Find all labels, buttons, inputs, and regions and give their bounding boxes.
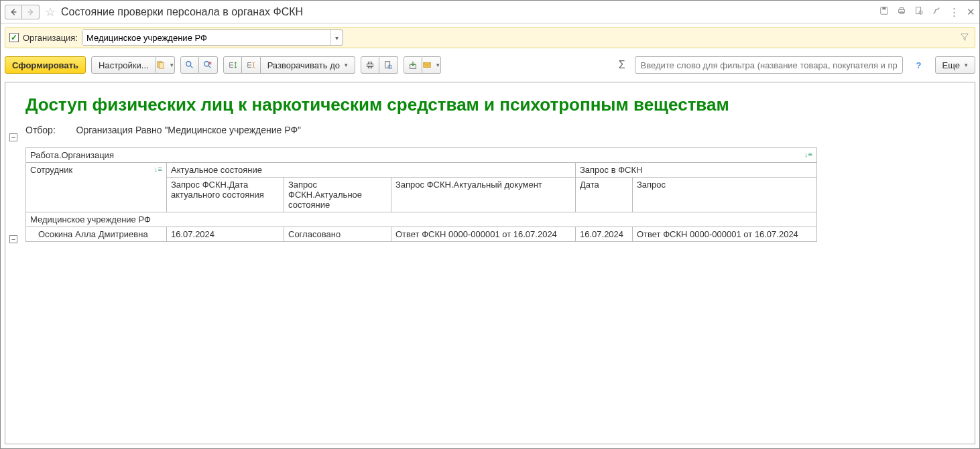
report-area: − − Доступ физических лиц к наркотически… xyxy=(5,82,975,444)
toolbar: Сформировать Настройки... ▾ xyxy=(1,52,979,78)
generate-label: Сформировать xyxy=(12,60,78,70)
forward-button[interactable] xyxy=(22,5,40,19)
print-preview-button[interactable] xyxy=(379,56,398,74)
report-content: Доступ физических лиц к наркотическим ср… xyxy=(5,82,975,249)
filter-label: Отбор: xyxy=(25,125,66,135)
header-row-1: Работа.Организация ↓≡ xyxy=(26,148,817,163)
nav-group xyxy=(5,5,40,19)
collapse-button[interactable] xyxy=(242,56,261,74)
filter-value: Организация Равно "Медицинское учреждени… xyxy=(76,125,301,135)
header-row-2: Сотрудник ↓≡ Актуальное состояние Запрос… xyxy=(26,163,817,178)
col-sub-actual: Запрос ФСКН.Актуальное состояние xyxy=(288,180,362,210)
save-icon[interactable] xyxy=(879,6,889,17)
more-menu-icon[interactable]: ⋮ xyxy=(949,7,959,17)
org-filter-checkbox[interactable] xyxy=(9,33,19,42)
report-title: Доступ физических лиц к наркотическим ср… xyxy=(25,94,965,115)
col-sub-req-date: Дата xyxy=(580,180,599,190)
expand-to-label: Разворачивать до xyxy=(267,60,340,70)
collapse-handle-group[interactable]: − xyxy=(9,235,17,243)
svg-rect-7 xyxy=(916,7,921,14)
favorite-star-icon[interactable]: ☆ xyxy=(45,5,56,19)
svg-line-32 xyxy=(391,68,393,69)
col-actual-state: Актуальное состояние xyxy=(171,165,262,175)
org-combo: ▾ xyxy=(82,29,343,46)
group-cell: Медицинское учреждение РФ xyxy=(30,214,151,224)
find-clear-button[interactable] xyxy=(199,56,218,74)
col-employee: Сотрудник xyxy=(30,165,72,175)
cell-date-state: 16.07.2024 xyxy=(171,229,215,239)
svg-rect-5 xyxy=(900,8,903,10)
find-button[interactable] xyxy=(180,56,199,74)
expand-to-button[interactable]: Разворачивать до ▾ xyxy=(261,56,355,74)
org-input[interactable] xyxy=(82,30,330,45)
cell-req: Ответ ФСКН 0000-000001 от 16.07.2024 xyxy=(637,229,798,239)
collapse-handle-report[interactable]: − xyxy=(9,133,17,141)
sort-icon[interactable]: ↓≡ xyxy=(804,150,812,158)
svg-rect-10 xyxy=(160,63,164,69)
svg-line-12 xyxy=(190,66,193,68)
col-request-fskn: Запрос в ФСКН xyxy=(580,165,642,175)
col-group: Работа.Организация xyxy=(30,150,114,160)
table-group-row[interactable]: Медицинское учреждение РФ xyxy=(26,212,817,227)
settings-button[interactable]: Настройки... xyxy=(91,56,156,74)
sort-icon[interactable]: ↓≡ xyxy=(154,165,162,173)
funnel-icon[interactable] xyxy=(960,32,969,44)
chevron-down-icon: ▾ xyxy=(170,62,174,68)
search-filter-input[interactable] xyxy=(635,56,903,74)
svg-rect-30 xyxy=(385,62,390,68)
print-button[interactable] xyxy=(361,56,379,74)
cell-actual: Согласовано xyxy=(288,229,341,239)
back-button[interactable] xyxy=(5,5,22,19)
org-filter-label: Организация: xyxy=(23,33,78,43)
app-window: ☆ Состояние проверки персонала в органах… xyxy=(0,0,980,449)
chevron-down-icon: ▾ xyxy=(965,62,968,68)
send-email-button[interactable]: ▾ xyxy=(422,56,441,74)
more-label: Еще xyxy=(942,60,960,70)
cell-employee: Осокина Алла Дмитриевна xyxy=(38,229,148,239)
preview-icon[interactable] xyxy=(914,6,924,17)
expand-button[interactable] xyxy=(223,56,242,74)
col-sub-date-state: Запрос ФСКН.Дата актуального состояния xyxy=(171,180,264,200)
link-icon[interactable] xyxy=(932,6,941,17)
org-dropdown-icon[interactable]: ▾ xyxy=(330,30,343,45)
chevron-down-icon: ▾ xyxy=(436,62,440,68)
col-sub-doc: Запрос ФСКН.Актуальный документ xyxy=(395,180,542,190)
save-report-button[interactable] xyxy=(404,56,422,74)
table-data-row[interactable]: Осокина Алла Дмитриевна 16.07.2024 Согла… xyxy=(26,227,817,242)
svg-line-14 xyxy=(208,66,211,68)
window-title: Состояние проверки персонала в органах Ф… xyxy=(61,6,303,18)
chevron-down-icon: ▾ xyxy=(345,62,348,68)
report-scroll[interactable]: − − Доступ физических лиц к наркотически… xyxy=(5,82,975,444)
sum-icon[interactable]: Σ xyxy=(619,59,625,71)
title-right-group: ⋮ ✕ xyxy=(879,6,975,18)
titlebar: ☆ Состояние проверки персонала в органах… xyxy=(1,1,979,23)
svg-rect-3 xyxy=(882,7,885,10)
svg-point-13 xyxy=(204,62,209,66)
help-icon[interactable]: ? xyxy=(912,58,926,72)
report-filter-line: Отбор: Организация Равно "Медицинское уч… xyxy=(25,125,965,135)
settings-variants-button[interactable]: ▾ xyxy=(156,56,175,74)
svg-point-11 xyxy=(186,62,190,66)
generate-button[interactable]: Сформировать xyxy=(5,56,86,74)
report-table: Работа.Организация ↓≡ Сотрудник ↓≡ Актуа… xyxy=(25,147,817,242)
cell-req-date: 16.07.2024 xyxy=(580,229,623,239)
svg-rect-28 xyxy=(368,62,371,64)
col-sub-req: Запрос xyxy=(637,180,666,190)
close-button[interactable]: ✕ xyxy=(967,6,975,18)
settings-label: Настройки... xyxy=(99,60,149,70)
more-button[interactable]: Еще ▾ xyxy=(935,56,975,74)
quick-filter-panel: Организация: ▾ xyxy=(5,27,975,48)
cell-doc: Ответ ФСКН 0000-000001 от 16.07.2024 xyxy=(395,229,557,239)
print-icon[interactable] xyxy=(897,6,906,17)
